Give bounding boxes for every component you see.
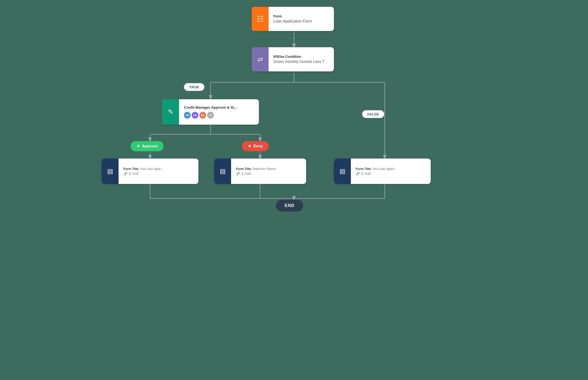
email-deny-title-row: Form Title Rejection Report — [236, 167, 276, 171]
deny-label: Deny — [253, 144, 263, 148]
condition-title-text: Gross monthly income Less T — [274, 59, 325, 64]
avatar-ge: GE — [192, 112, 198, 119]
email-approve-form-value: Your loan appli... — [140, 167, 163, 171]
link-icon-deny: 🔗 — [236, 171, 240, 175]
email-false-row: 🔗 E-mail — [356, 171, 397, 175]
deny-icon: ✦ — [248, 144, 251, 149]
email-false-label: E-mail — [361, 171, 371, 175]
email-false-node[interactable]: ▤ Form Title Your loan applic... 🔗 E-mai… — [334, 158, 431, 184]
email-false-form-value: Your loan applic... — [372, 167, 397, 171]
condition-type-label: IF/Else Condition — [274, 55, 325, 58]
task-icon: ✎ — [162, 99, 179, 125]
email-deny-form-label: Form Title — [236, 167, 251, 171]
task-avatars: CR GE CE +1 — [184, 112, 237, 119]
approve-label: Approve — [142, 144, 158, 148]
avatar-cr: CR — [184, 112, 191, 119]
avatar-ce: CE — [199, 112, 206, 119]
email-false-form-label: Form Title — [356, 167, 371, 171]
email-approve-row: 🔗 E-mail — [123, 171, 163, 175]
approve-icon: ✦ — [136, 144, 140, 149]
task-title: Credit Manager Approve & Si... — [184, 105, 237, 109]
email-approve-node[interactable]: ▤ Form Title Your loan appli... 🔗 E-mail — [102, 158, 198, 184]
avatar-plus: +1 — [207, 112, 214, 119]
true-branch-label: TRUE — [184, 83, 204, 91]
email-deny-row: 🔗 E-mail — [236, 171, 276, 175]
email-deny-node[interactable]: ▤ Form Title Rejection Report 🔗 E-mail — [214, 158, 306, 184]
link-icon-approve: 🔗 — [123, 171, 128, 175]
email-approve-icon: ▤ — [102, 158, 119, 184]
flowchart: ☷ Form Loan Application Form ⇌ IF/Else C… — [0, 0, 588, 380]
form-icon: ☷ — [252, 7, 269, 31]
email-false-title-row: Form Title Your loan applic... — [356, 167, 397, 171]
email-deny-label: E-mail — [241, 171, 251, 175]
form-title-text: Loan Application Form — [274, 19, 312, 23]
task-content: Credit Manager Approve & Si... CR GE CE … — [179, 99, 242, 125]
approve-button[interactable]: ✦ Approve — [131, 141, 164, 151]
condition-content: IF/Else Condition Gross monthly income L… — [269, 47, 329, 71]
email-approve-form-label: Form Title — [123, 167, 139, 171]
end-label: END — [285, 203, 294, 208]
form-type-label: Form — [274, 14, 312, 18]
email-approve-title-row: Form Title Your loan appli... — [123, 167, 163, 171]
email-deny-form-value: Rejection Report — [253, 167, 276, 171]
email-deny-icon: ▤ — [214, 158, 231, 184]
email-false-content: Form Title Your loan applic... 🔗 E-mail — [351, 158, 402, 184]
end-node: END — [276, 200, 303, 211]
email-approve-content: Form Title Your loan appli... 🔗 E-mail — [119, 158, 168, 184]
form-content: Form Loan Application Form — [269, 7, 317, 31]
email-approve-label: E-mail — [129, 171, 139, 175]
link-icon-false: 🔗 — [356, 171, 360, 175]
false-branch-label: FALSE — [362, 110, 384, 118]
deny-button[interactable]: ✦ Deny — [242, 141, 269, 151]
email-deny-content: Form Title Rejection Report 🔗 E-mail — [231, 158, 281, 184]
email-false-icon: ▤ — [334, 158, 351, 184]
condition-node[interactable]: ⇌ IF/Else Condition Gross monthly income… — [252, 47, 334, 71]
form-start-node[interactable]: ☷ Form Loan Application Form — [252, 7, 334, 31]
task-node[interactable]: ✎ Credit Manager Approve & Si... CR GE C… — [162, 99, 259, 125]
condition-icon: ⇌ — [252, 47, 269, 71]
